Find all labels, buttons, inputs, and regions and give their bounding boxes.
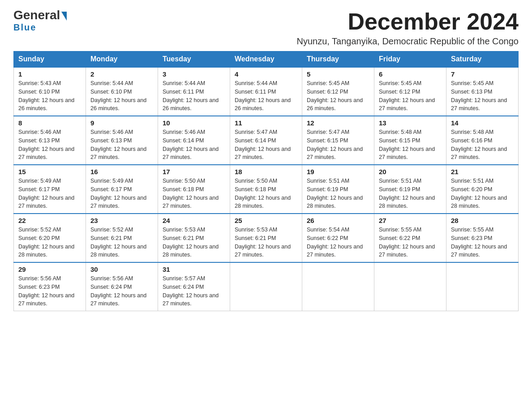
calendar-cell: 14 Sunrise: 5:48 AMSunset: 6:16 PMDaylig… [446,116,519,165]
location-title: Nyunzu, Tanganyika, Democratic Republic … [297,36,519,47]
day-info: Sunrise: 5:55 AMSunset: 6:22 PMDaylight:… [379,226,442,259]
calendar-cell: 24 Sunrise: 5:53 AMSunset: 6:21 PMDaylig… [158,214,230,262]
day-info: Sunrise: 5:46 AMSunset: 6:14 PMDaylight:… [163,128,225,162]
day-info: Sunrise: 5:45 AMSunset: 6:12 PMDaylight:… [307,79,369,113]
day-number: 1 [18,70,81,78]
day-number: 8 [18,119,81,127]
day-number: 28 [451,217,514,224]
day-info: Sunrise: 5:46 AMSunset: 6:13 PMDaylight:… [18,128,81,162]
calendar-cell: 23 Sunrise: 5:52 AMSunset: 6:21 PMDaylig… [86,214,158,262]
day-number: 18 [235,168,297,176]
day-number: 5 [307,70,369,78]
calendar-cell [230,262,302,311]
day-number: 7 [451,70,514,78]
day-info: Sunrise: 5:47 AMSunset: 6:14 PMDaylight:… [235,128,297,162]
day-info: Sunrise: 5:51 AMSunset: 6:20 PMDaylight:… [451,177,514,210]
day-info: Sunrise: 5:44 AMSunset: 6:11 PMDaylight:… [163,79,225,113]
month-title: December 2024 [297,9,519,34]
week-row-2: 8 Sunrise: 5:46 AMSunset: 6:13 PMDayligh… [14,116,519,165]
day-info: Sunrise: 5:52 AMSunset: 6:20 PMDaylight:… [18,226,81,259]
day-number: 19 [307,168,369,176]
day-info: Sunrise: 5:50 AMSunset: 6:18 PMDaylight:… [235,177,297,210]
day-number: 15 [18,168,81,176]
calendar-cell: 16 Sunrise: 5:49 AMSunset: 6:17 PMDaylig… [86,165,158,214]
calendar-cell: 31 Sunrise: 5:57 AMSunset: 6:24 PMDaylig… [158,262,230,311]
day-info: Sunrise: 5:49 AMSunset: 6:17 PMDaylight:… [18,177,81,210]
title-area: December 2024 Nyunzu, Tanganyika, Democr… [297,9,519,47]
day-info: Sunrise: 5:44 AMSunset: 6:10 PMDaylight:… [90,79,153,113]
day-info: Sunrise: 5:46 AMSunset: 6:13 PMDaylight:… [90,128,153,162]
day-number: 4 [235,70,297,78]
day-number: 27 [379,217,442,224]
day-info: Sunrise: 5:53 AMSunset: 6:21 PMDaylight:… [163,226,225,259]
calendar-cell [374,262,446,311]
day-number: 9 [90,119,153,127]
logo-text: General [13,9,67,21]
calendar-cell: 21 Sunrise: 5:51 AMSunset: 6:20 PMDaylig… [446,165,519,214]
day-info: Sunrise: 5:50 AMSunset: 6:18 PMDaylight:… [163,177,225,210]
day-number: 13 [379,119,442,127]
day-number: 30 [90,265,153,273]
day-header-monday: Monday [86,51,158,68]
day-info: Sunrise: 5:54 AMSunset: 6:22 PMDaylight:… [307,226,369,259]
calendar-cell: 7 Sunrise: 5:45 AMSunset: 6:13 PMDayligh… [446,67,519,116]
day-info: Sunrise: 5:48 AMSunset: 6:15 PMDaylight:… [379,128,442,162]
page-header: General Blue December 2024 Nyunzu, Tanga… [13,9,519,47]
day-info: Sunrise: 5:45 AMSunset: 6:13 PMDaylight:… [451,79,514,113]
day-number: 6 [379,70,442,78]
day-number: 23 [90,217,153,224]
calendar-cell: 26 Sunrise: 5:54 AMSunset: 6:22 PMDaylig… [302,214,374,262]
calendar-cell: 18 Sunrise: 5:50 AMSunset: 6:18 PMDaylig… [230,165,302,214]
day-number: 2 [90,70,153,78]
week-row-3: 15 Sunrise: 5:49 AMSunset: 6:17 PMDaylig… [14,165,519,214]
calendar-cell: 15 Sunrise: 5:49 AMSunset: 6:17 PMDaylig… [14,165,86,214]
calendar-cell: 4 Sunrise: 5:44 AMSunset: 6:11 PMDayligh… [230,67,302,116]
calendar-cell: 12 Sunrise: 5:47 AMSunset: 6:15 PMDaylig… [302,116,374,165]
header-row: SundayMondayTuesdayWednesdayThursdayFrid… [14,51,519,68]
calendar-cell: 10 Sunrise: 5:46 AMSunset: 6:14 PMDaylig… [158,116,230,165]
day-info: Sunrise: 5:43 AMSunset: 6:10 PMDaylight:… [18,79,81,113]
calendar-cell: 22 Sunrise: 5:52 AMSunset: 6:20 PMDaylig… [14,214,86,262]
day-info: Sunrise: 5:49 AMSunset: 6:17 PMDaylight:… [90,177,153,210]
day-number: 29 [18,265,81,273]
day-info: Sunrise: 5:51 AMSunset: 6:19 PMDaylight:… [379,177,442,210]
day-number: 21 [451,168,514,176]
week-row-1: 1 Sunrise: 5:43 AMSunset: 6:10 PMDayligh… [14,67,519,116]
calendar-cell [446,262,519,311]
day-number: 16 [90,168,153,176]
day-number: 20 [379,168,442,176]
calendar-cell: 5 Sunrise: 5:45 AMSunset: 6:12 PMDayligh… [302,67,374,116]
calendar-cell: 6 Sunrise: 5:45 AMSunset: 6:12 PMDayligh… [374,67,446,116]
day-info: Sunrise: 5:51 AMSunset: 6:19 PMDaylight:… [307,177,369,210]
day-info: Sunrise: 5:56 AMSunset: 6:24 PMDaylight:… [90,274,153,308]
calendar-cell: 27 Sunrise: 5:55 AMSunset: 6:22 PMDaylig… [374,214,446,262]
day-info: Sunrise: 5:55 AMSunset: 6:23 PMDaylight:… [451,226,514,259]
day-info: Sunrise: 5:56 AMSunset: 6:23 PMDaylight:… [18,274,81,308]
calendar-cell: 28 Sunrise: 5:55 AMSunset: 6:23 PMDaylig… [446,214,519,262]
calendar-cell: 3 Sunrise: 5:44 AMSunset: 6:11 PMDayligh… [158,67,230,116]
day-number: 17 [163,168,225,176]
calendar-cell: 9 Sunrise: 5:46 AMSunset: 6:13 PMDayligh… [86,116,158,165]
day-header-saturday: Saturday [446,51,519,68]
day-info: Sunrise: 5:47 AMSunset: 6:15 PMDaylight:… [307,128,369,162]
calendar-cell: 19 Sunrise: 5:51 AMSunset: 6:19 PMDaylig… [302,165,374,214]
day-header-thursday: Thursday [302,51,374,68]
calendar-cell: 11 Sunrise: 5:47 AMSunset: 6:14 PMDaylig… [230,116,302,165]
day-number: 26 [307,217,369,224]
week-row-4: 22 Sunrise: 5:52 AMSunset: 6:20 PMDaylig… [14,214,519,262]
day-header-friday: Friday [374,51,446,68]
day-number: 25 [235,217,297,224]
calendar-cell: 8 Sunrise: 5:46 AMSunset: 6:13 PMDayligh… [14,116,86,165]
calendar-cell: 30 Sunrise: 5:56 AMSunset: 6:24 PMDaylig… [86,262,158,311]
calendar-cell: 2 Sunrise: 5:44 AMSunset: 6:10 PMDayligh… [86,67,158,116]
day-number: 3 [163,70,225,78]
day-header-tuesday: Tuesday [158,51,230,68]
day-info: Sunrise: 5:44 AMSunset: 6:11 PMDaylight:… [235,79,297,113]
day-number: 11 [235,119,297,127]
day-info: Sunrise: 5:57 AMSunset: 6:24 PMDaylight:… [163,274,225,308]
day-info: Sunrise: 5:48 AMSunset: 6:16 PMDaylight:… [451,128,514,162]
calendar-table: SundayMondayTuesdayWednesdayThursdayFrid… [13,51,519,311]
day-number: 31 [163,265,225,273]
logo: General Blue [13,9,67,33]
day-number: 10 [163,119,225,127]
